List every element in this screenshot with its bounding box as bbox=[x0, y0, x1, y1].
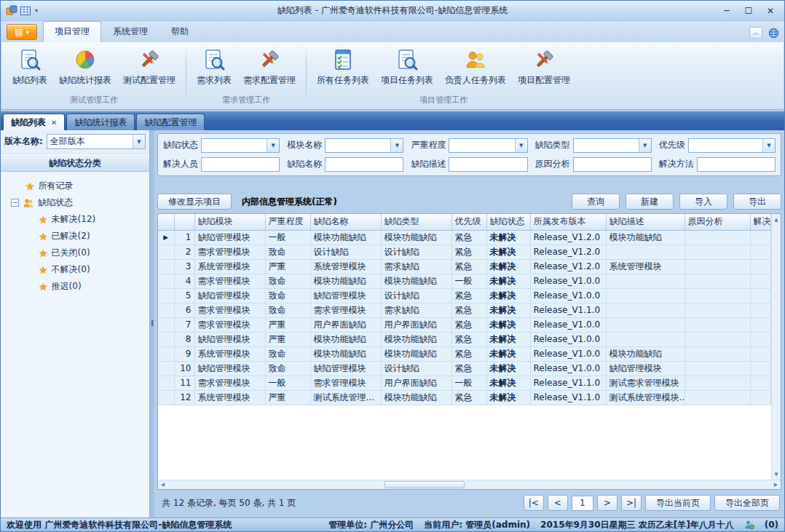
tab-project-management[interactable]: 项目管理 bbox=[43, 21, 101, 42]
cell-name[interactable]: 用户界面缺陷 bbox=[310, 317, 381, 332]
filter-combo[interactable]: ▼ bbox=[688, 138, 776, 153]
row-number[interactable]: 12 bbox=[174, 390, 194, 405]
cell-status[interactable]: 未解决 bbox=[486, 274, 530, 288]
row-indicator[interactable] bbox=[158, 332, 174, 346]
cell-desc[interactable]: 系统管理模块 bbox=[606, 259, 685, 274]
app-icon[interactable] bbox=[6, 5, 17, 17]
last-page-button[interactable]: >| bbox=[621, 495, 642, 511]
chevron-down-icon[interactable]: ▼ bbox=[639, 139, 651, 152]
tree-item-postponed[interactable]: ★ 推迟(0) bbox=[4, 278, 146, 295]
cell-solution[interactable] bbox=[750, 303, 771, 317]
help-icon[interactable] bbox=[767, 27, 780, 39]
column-header-name[interactable]: 缺陷名称 bbox=[310, 214, 381, 230]
version-combo[interactable]: 全部版本 ▼ bbox=[47, 134, 146, 149]
filter-combo[interactable]: ▼ bbox=[449, 138, 527, 153]
chevron-down-icon[interactable]: ▼ bbox=[390, 139, 403, 152]
cell-desc[interactable] bbox=[606, 317, 685, 332]
cell-cause[interactable] bbox=[685, 259, 750, 274]
cell-solution[interactable] bbox=[750, 390, 771, 405]
scroll-left-icon[interactable]: ◀ bbox=[158, 480, 167, 490]
cell-module[interactable]: 需求管理模块 bbox=[194, 376, 265, 390]
filter-input[interactable] bbox=[697, 157, 776, 172]
cell-status[interactable]: 未解决 bbox=[486, 288, 530, 303]
cell-status[interactable]: 未解决 bbox=[486, 259, 530, 274]
cell-type[interactable]: 模块功能缺陷 bbox=[381, 274, 451, 288]
cell-desc[interactable] bbox=[606, 288, 685, 303]
cell-name[interactable]: 缺陷管理模块 bbox=[310, 288, 381, 303]
row-number[interactable]: 6 bbox=[174, 303, 194, 317]
cell-desc[interactable]: 测试需求管理模块 bbox=[606, 376, 685, 390]
chevron-down-icon[interactable]: ▼ bbox=[515, 139, 527, 152]
cell-solution[interactable] bbox=[750, 230, 771, 245]
ribbon-button[interactable]: 测试配置管理 bbox=[118, 45, 181, 88]
row-number[interactable]: 11 bbox=[174, 376, 194, 390]
doc-tab-defect-report[interactable]: 缺陷统计报表 bbox=[66, 114, 135, 130]
cell-type[interactable]: 用户界面缺陷 bbox=[381, 317, 451, 332]
cell-cause[interactable] bbox=[685, 332, 750, 346]
cell-cause[interactable] bbox=[685, 390, 750, 405]
column-header-type[interactable]: 缺陷类型 bbox=[381, 214, 451, 230]
cell-module[interactable]: 需求管理模块 bbox=[194, 245, 265, 259]
cell-priority[interactable]: 紧急 bbox=[451, 317, 486, 332]
ribbon-button[interactable]: 缺陷统计报表 bbox=[54, 45, 117, 88]
cell-status[interactable]: 未解决 bbox=[486, 317, 530, 332]
row-indicator[interactable] bbox=[158, 259, 174, 274]
cell-priority[interactable]: 一般 bbox=[451, 376, 486, 390]
cell-name[interactable]: 模块功能缺陷 bbox=[310, 346, 381, 361]
cell-desc[interactable]: 模块功能缺陷 bbox=[606, 230, 685, 245]
modify-columns-button[interactable]: 修改显示项目 bbox=[157, 194, 232, 210]
cell-release[interactable]: Release_V1.1.0 bbox=[530, 376, 606, 390]
row-number[interactable]: 4 bbox=[174, 274, 194, 288]
cell-desc[interactable]: 测试系统管理模块... bbox=[606, 390, 685, 405]
cell-solution[interactable] bbox=[750, 361, 771, 376]
prev-page-button[interactable]: < bbox=[548, 495, 568, 511]
chevron-down-icon[interactable]: ▼ bbox=[762, 139, 775, 152]
table-row[interactable]: 9系统管理模块致命模块功能缺陷模块功能缺陷紧急未解决Release_V1.0.0… bbox=[158, 346, 771, 361]
cell-status[interactable]: 未解决 bbox=[486, 332, 530, 346]
cell-solution[interactable] bbox=[750, 376, 771, 390]
table-row[interactable]: 12系统管理模块严重测试系统管理...模块功能缺陷紧急未解决Release_V1… bbox=[158, 390, 771, 405]
row-indicator[interactable] bbox=[158, 303, 174, 317]
column-header-desc[interactable]: 缺陷描述 bbox=[606, 214, 685, 230]
filter-input[interactable] bbox=[449, 157, 527, 172]
cell-severity[interactable]: 严重 bbox=[265, 317, 310, 332]
table-row[interactable]: 2需求管理模块致命设计缺陷设计缺陷紧急未解决Release_V1.2.0 bbox=[158, 245, 771, 259]
row-indicator[interactable] bbox=[158, 274, 174, 288]
table-row[interactable]: 8缺陷管理模块严重模块功能缺陷模块功能缺陷紧急未解决Release_V1.0.0 bbox=[158, 332, 771, 346]
ribbon-button[interactable]: 需求配置管理 bbox=[238, 45, 301, 88]
row-number[interactable]: 10 bbox=[174, 361, 194, 376]
cell-module[interactable]: 需求管理模块 bbox=[194, 303, 265, 317]
cell-type[interactable]: 模块功能缺陷 bbox=[381, 230, 451, 245]
cell-release[interactable]: Release_V1.2.0 bbox=[530, 230, 606, 245]
cell-type[interactable]: 设计缺陷 bbox=[381, 245, 451, 259]
cell-type[interactable]: 需求缺陷 bbox=[381, 259, 451, 274]
doc-tab-defect-config[interactable]: 缺陷配置管理 bbox=[136, 114, 205, 130]
cell-type[interactable]: 设计缺陷 bbox=[381, 361, 451, 376]
horizontal-scrollbar[interactable]: ◀ ▶ bbox=[158, 480, 781, 489]
row-number[interactable]: 5 bbox=[174, 288, 194, 303]
cell-cause[interactable] bbox=[685, 230, 750, 245]
close-button[interactable]: ✕ bbox=[760, 3, 781, 19]
cell-severity[interactable]: 严重 bbox=[265, 259, 310, 274]
cell-name[interactable]: 需求管理模块 bbox=[310, 303, 381, 317]
cell-name[interactable]: 模块功能缺陷 bbox=[310, 230, 381, 245]
cell-severity[interactable]: 致命 bbox=[265, 245, 310, 259]
cell-priority[interactable]: 紧急 bbox=[451, 288, 486, 303]
cell-module[interactable]: 缺陷管理模块 bbox=[194, 361, 265, 376]
filter-combo[interactable]: ▼ bbox=[573, 138, 652, 153]
cell-type[interactable]: 模块功能缺陷 bbox=[381, 332, 451, 346]
cell-solution[interactable] bbox=[750, 288, 771, 303]
cell-module[interactable]: 系统管理模块 bbox=[194, 259, 265, 274]
row-indicator[interactable] bbox=[158, 346, 174, 361]
next-page-button[interactable]: > bbox=[597, 495, 618, 511]
tree-item-all-records[interactable]: ★ 所有记录 bbox=[4, 178, 146, 194]
column-header-status[interactable]: 缺陷状态 bbox=[486, 214, 530, 230]
column-header-solution[interactable]: 解决方法 bbox=[750, 214, 771, 230]
cell-solution[interactable] bbox=[750, 274, 771, 288]
tree-item-wont-fix[interactable]: ★ 不解决(0) bbox=[4, 261, 146, 278]
cell-desc[interactable]: 模块功能缺陷 bbox=[606, 346, 685, 361]
collapse-node-icon[interactable]: − bbox=[11, 199, 19, 207]
export-button[interactable]: 导出 bbox=[733, 194, 781, 210]
cell-solution[interactable] bbox=[750, 259, 771, 274]
cell-name[interactable]: 设计缺陷 bbox=[310, 245, 381, 259]
